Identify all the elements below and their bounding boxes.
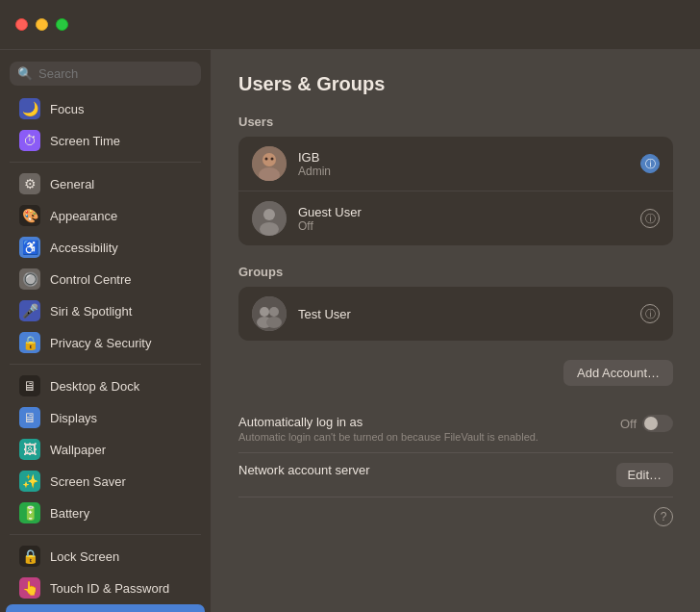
user-name-guest: Guest User bbox=[298, 205, 629, 219]
sidebar-item-focus-label: Focus bbox=[50, 102, 84, 116]
svg-point-10 bbox=[269, 307, 279, 317]
edit-button[interactable]: Edit… bbox=[616, 463, 673, 487]
add-account-button[interactable]: Add Account… bbox=[563, 360, 673, 386]
sidebar-item-general-label: General bbox=[50, 177, 94, 191]
privacy-icon: 🔒 bbox=[19, 332, 40, 353]
control-centre-icon: 🔘 bbox=[19, 268, 40, 290]
sidebar-item-battery-label: Battery bbox=[50, 506, 89, 521]
sidebar-item-users-groups[interactable]: 👥 Users & Groups bbox=[6, 604, 205, 612]
sidebar-divider-2 bbox=[10, 364, 201, 365]
help-button[interactable]: ? bbox=[654, 507, 673, 526]
minimize-button[interactable] bbox=[36, 18, 48, 31]
sidebar-item-battery[interactable]: 🔋 Battery bbox=[6, 497, 205, 528]
info-button-igb[interactable]: ⓘ bbox=[640, 154, 660, 173]
accessibility-icon: ♿ bbox=[19, 237, 40, 258]
siri-icon: 🎤 bbox=[19, 300, 40, 321]
network-server-row: Network account server Edit… bbox=[238, 453, 673, 497]
search-icon: 🔍 bbox=[17, 66, 33, 81]
svg-point-7 bbox=[260, 222, 279, 236]
sidebar-item-wallpaper[interactable]: 🖼 Wallpaper bbox=[6, 434, 205, 465]
user-info-igb: IGB Admin bbox=[298, 150, 629, 178]
wallpaper-icon: 🖼 bbox=[19, 439, 40, 460]
search-bar[interactable]: 🔍 bbox=[10, 62, 201, 86]
sidebar-item-desktop-dock[interactable]: 🖥 Desktop & Dock bbox=[6, 370, 205, 401]
sidebar-item-screen-time-label: Screen Time bbox=[50, 134, 120, 148]
sidebar-divider-1 bbox=[10, 162, 201, 163]
touch-id-icon: 👆 bbox=[19, 577, 40, 599]
sidebar-item-control-centre-label: Control Centre bbox=[50, 272, 132, 287]
sidebar-item-displays[interactable]: 🖥 Displays bbox=[6, 402, 205, 433]
sidebar-divider-3 bbox=[10, 534, 201, 535]
maximize-button[interactable] bbox=[56, 18, 68, 31]
svg-point-9 bbox=[260, 307, 269, 317]
svg-point-1 bbox=[262, 153, 276, 166]
sidebar-item-general[interactable]: ⚙ General bbox=[6, 168, 205, 199]
user-info-guest: Guest User Off bbox=[298, 205, 629, 233]
svg-point-12 bbox=[266, 317, 282, 328]
network-server-title: Network account server bbox=[238, 463, 605, 477]
users-section-label: Users bbox=[238, 115, 673, 129]
auto-login-toggle[interactable] bbox=[642, 415, 673, 432]
sidebar-item-touch-id-label: Touch ID & Password bbox=[50, 581, 169, 596]
page-title: Users & Groups bbox=[238, 73, 673, 95]
sidebar-item-privacy-security[interactable]: 🔒 Privacy & Security bbox=[6, 327, 205, 358]
sidebar-item-privacy-label: Privacy & Security bbox=[50, 336, 151, 350]
sidebar-item-accessibility[interactable]: ♿ Accessibility bbox=[6, 232, 205, 263]
sidebar-item-accessibility-label: Accessibility bbox=[50, 241, 118, 255]
sidebar-item-screen-saver[interactable]: ✨ Screen Saver bbox=[6, 466, 205, 497]
auto-login-desc: Automatic login can't be turned on becau… bbox=[238, 431, 609, 443]
screen-time-icon: ⏱ bbox=[19, 130, 40, 151]
focus-icon: 🌙 bbox=[19, 98, 40, 119]
main-content: Users & Groups Users IGB Admin ⓘ bbox=[212, 50, 700, 612]
groups-list: Test User ⓘ bbox=[238, 287, 673, 341]
battery-icon: 🔋 bbox=[19, 502, 40, 523]
svg-point-6 bbox=[263, 209, 275, 220]
sidebar-item-screen-saver-label: Screen Saver bbox=[50, 474, 126, 489]
add-account-row: Add Account… bbox=[238, 360, 673, 386]
sidebar-item-siri-label: Siri & Spotlight bbox=[50, 304, 132, 319]
sidebar-item-desktop-dock-label: Desktop & Dock bbox=[50, 379, 139, 394]
user-row-igb: IGB Admin ⓘ bbox=[238, 137, 673, 191]
svg-point-4 bbox=[271, 158, 274, 161]
sidebar-item-appearance[interactable]: 🎨 Appearance bbox=[6, 200, 205, 231]
users-list: IGB Admin ⓘ Guest User Off ⓘ bbox=[238, 137, 673, 245]
auto-login-control: Off bbox=[620, 415, 673, 432]
auto-login-info: Automatically log in as Automatic login … bbox=[238, 415, 609, 443]
groups-section-label: Groups bbox=[238, 265, 673, 279]
auto-login-value: Off bbox=[620, 417, 637, 431]
user-name-test-user: Test User bbox=[298, 307, 629, 321]
sidebar-item-touch-id[interactable]: 👆 Touch ID & Password bbox=[6, 573, 205, 603]
lock-screen-icon: 🔒 bbox=[19, 546, 40, 567]
sidebar-item-siri-spotlight[interactable]: 🎤 Siri & Spotlight bbox=[6, 295, 205, 326]
avatar-igb bbox=[252, 146, 287, 181]
avatar-test-user bbox=[252, 296, 287, 331]
info-button-guest[interactable]: ⓘ bbox=[640, 209, 660, 228]
sidebar-item-screen-time[interactable]: ⏱ Screen Time bbox=[6, 125, 205, 156]
user-role-igb: Admin bbox=[298, 165, 629, 178]
user-role-guest: Off bbox=[298, 219, 629, 233]
sidebar-item-focus[interactable]: 🌙 Focus bbox=[6, 93, 205, 124]
user-name-igb: IGB bbox=[298, 150, 629, 165]
network-server-control: Edit… bbox=[616, 463, 673, 487]
avatar-guest bbox=[252, 201, 287, 236]
titlebar bbox=[0, 0, 700, 50]
group-row-test-user: Test User ⓘ bbox=[238, 287, 673, 341]
sidebar-item-appearance-label: Appearance bbox=[50, 209, 117, 223]
search-input[interactable] bbox=[38, 66, 193, 81]
sidebar-item-control-centre[interactable]: 🔘 Control Centre bbox=[6, 264, 205, 294]
screen-saver-icon: ✨ bbox=[19, 471, 40, 492]
auto-login-title: Automatically log in as bbox=[238, 415, 609, 429]
user-info-test-user: Test User bbox=[298, 307, 629, 321]
displays-icon: 🖥 bbox=[19, 407, 40, 428]
desktop-dock-icon: 🖥 bbox=[19, 375, 40, 396]
sidebar: 🔍 🌙 Focus ⏱ Screen Time ⚙ General 🎨 Appe… bbox=[0, 50, 212, 612]
sidebar-item-lock-screen[interactable]: 🔒 Lock Screen bbox=[6, 541, 205, 572]
sidebar-item-wallpaper-label: Wallpaper bbox=[50, 443, 106, 457]
appearance-icon: 🎨 bbox=[19, 205, 40, 226]
info-button-test-user[interactable]: ⓘ bbox=[640, 304, 660, 323]
svg-point-3 bbox=[265, 158, 268, 161]
help-row: ? bbox=[238, 507, 673, 526]
close-button[interactable] bbox=[15, 18, 28, 31]
user-row-guest: Guest User Off ⓘ bbox=[238, 191, 673, 245]
general-icon: ⚙ bbox=[19, 173, 40, 194]
